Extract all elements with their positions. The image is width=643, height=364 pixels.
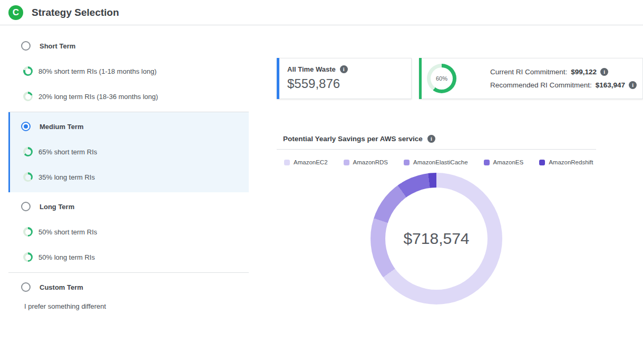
option-label: 80% short term RIs (1-18 months long) (38, 67, 157, 75)
strategy-custom-term[interactable]: Custom Term I prefer something different (8, 273, 249, 321)
option-label: 50% short term RIs (38, 228, 97, 236)
waste-card-value: $559,876 (287, 76, 403, 91)
strategy-label: Long Term (40, 203, 74, 211)
option-label: 65% short term RIs (38, 148, 97, 156)
donut-center: $718,574 (385, 188, 488, 290)
option-label: 35% long term RIs (38, 173, 95, 181)
strategy-option: 50% long term RIs (23, 252, 238, 262)
progress-ring-icon (23, 66, 33, 76)
strategy-option: 50% short term RIs (23, 227, 238, 237)
donut-total-value: $718,574 (403, 230, 469, 248)
progress-ring-icon (23, 147, 33, 156)
card-accent-bar (419, 58, 422, 99)
commitment-gauge-label: 60% (431, 67, 453, 90)
info-icon[interactable]: i (340, 65, 348, 73)
strategy-label: Custom Term (40, 283, 83, 291)
chart-title: Potential Yearly Savings per AWS service (283, 135, 423, 143)
divider (277, 149, 596, 150)
info-icon[interactable]: i (600, 68, 608, 76)
strategy-medium-term[interactable]: Medium Term 65% short term RIs 35% long … (8, 112, 249, 192)
strategy-short-term-header[interactable]: Short Term (21, 41, 238, 51)
strategy-label: Short Term (40, 42, 75, 50)
recommended-commitment-value: $163,947 (596, 81, 625, 89)
strategy-option: 20% long term RIs (18-36 months long) (23, 92, 238, 101)
strategy-medium-term-header[interactable]: Medium Term (21, 122, 238, 131)
legend-item-amazones[interactable]: AmazonES (484, 159, 524, 165)
option-label: 20% long term RIs (18-36 months long) (38, 93, 158, 101)
legend-item-amazonelasticache[interactable]: AmazonElastiCache (404, 159, 468, 165)
radio-custom-term[interactable] (21, 282, 31, 292)
legend-dot (404, 160, 410, 165)
legend-dot (484, 160, 490, 165)
savings-chart-panel: Potential Yearly Savings per AWS service… (277, 132, 596, 304)
strategy-long-term[interactable]: Long Term 50% short term RIs 50% long te… (8, 192, 249, 272)
strategy-label: Medium Term (40, 123, 84, 131)
chart-legend: AmazonEC2 AmazonRDS AmazonElastiCache Am… (284, 159, 596, 165)
strategy-short-term[interactable]: Short Term 80% short term RIs (1-18 mont… (8, 32, 249, 112)
app-logo-icon: C (8, 5, 23, 20)
strategy-panel: Short Term 80% short term RIs (1-18 mont… (8, 32, 249, 321)
ri-commitment-card: 60% Current RI Commitment: $99,122 i Rec… (419, 58, 643, 99)
strategy-option: 80% short term RIs (1-18 months long) (23, 66, 238, 76)
waste-card-title: All Time Waste (287, 65, 336, 73)
strategy-option: 35% long term RIs (23, 172, 238, 182)
current-commitment-label: Current RI Commitment: (490, 68, 567, 76)
option-label: 50% long term RIs (38, 253, 95, 261)
page-title: Strategy Selection (32, 7, 119, 18)
card-accent-bar (277, 58, 279, 99)
current-commitment-value: $99,122 (571, 68, 597, 76)
recommended-commitment-line: Recommended RI Commitment: $163,947 i (490, 81, 637, 89)
strategy-selection-page: C Strategy Selection Short Term 80% shor… (0, 0, 643, 364)
legend-item-amazonrds[interactable]: AmazonRDS (344, 159, 388, 165)
custom-term-note: I prefer something different (24, 302, 238, 310)
all-time-waste-card: All Time Waste i $559,876 (277, 58, 412, 99)
strategy-option: 65% short term RIs (23, 147, 238, 156)
current-commitment-line: Current RI Commitment: $99,122 i (490, 68, 637, 76)
progress-ring-icon (23, 252, 33, 262)
legend-dot (344, 160, 349, 165)
commitment-gauge: 60% (427, 64, 456, 93)
strategy-long-term-header[interactable]: Long Term (21, 202, 238, 211)
radio-long-term[interactable] (21, 202, 31, 211)
savings-donut-chart: $718,574 (371, 173, 502, 304)
progress-ring-icon (23, 227, 33, 237)
strategy-custom-term-header[interactable]: Custom Term (21, 282, 238, 292)
legend-dot (539, 160, 545, 165)
progress-ring-icon (23, 172, 33, 182)
info-icon[interactable]: i (427, 135, 435, 143)
recommended-commitment-label: Recommended RI Commitment: (490, 81, 592, 89)
legend-item-amazonredshift[interactable]: AmazonRedshift (539, 159, 593, 165)
progress-ring-icon (23, 92, 33, 101)
info-icon[interactable]: i (629, 81, 637, 89)
radio-medium-term[interactable] (21, 122, 31, 131)
legend-dot (284, 160, 290, 165)
radio-short-term[interactable] (21, 41, 31, 51)
legend-item-amazonec2[interactable]: AmazonEC2 (284, 159, 328, 165)
header: C Strategy Selection (0, 0, 643, 25)
